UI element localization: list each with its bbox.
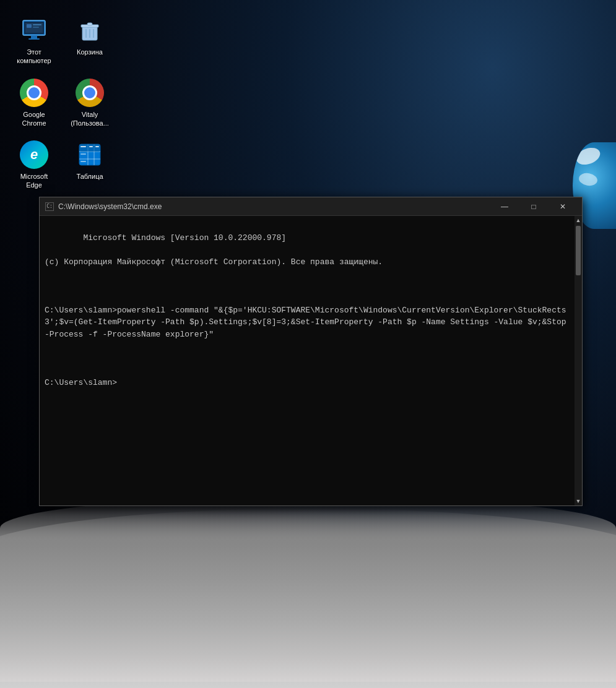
- desktop-icon-chrome-user[interactable]: Vitaly (Пользова...: [65, 75, 115, 131]
- desktop-icon-this-computer[interactable]: Этот компьютер: [9, 12, 59, 69]
- recycle-bin-icon: [75, 15, 105, 45]
- chrome-user-label: Vitaly (Пользова...: [68, 110, 111, 128]
- svg-rect-24: [80, 161, 86, 162]
- cmd-terminal-content[interactable]: Microsoft Windows [Version 10.0.22000.97…: [40, 216, 575, 505]
- cmd-small-icon: C:: [45, 202, 54, 211]
- cmd-window-controls: — □ ✕: [490, 197, 577, 216]
- svg-rect-6: [33, 24, 41, 25]
- chrome-user-icon: [75, 78, 105, 108]
- svg-rect-19: [79, 144, 100, 152]
- svg-rect-21: [89, 146, 93, 147]
- desktop: Этот компьютер Корзина: [0, 0, 616, 688]
- cmd-command-line: C:\Users\slamn>powershell -command "&{$p…: [45, 306, 566, 339]
- cmd-prompt: C:\Users\slamn>: [45, 378, 117, 387]
- recycle-bin-label: Корзина: [77, 48, 103, 56]
- cmd-maximize-button[interactable]: □: [519, 197, 548, 216]
- svg-rect-20: [80, 146, 86, 147]
- svg-rect-4: [28, 38, 40, 40]
- tablitsa-label: Таблица: [76, 172, 103, 181]
- svg-rect-7: [33, 27, 39, 28]
- cmd-scroll-down[interactable]: ▼: [575, 497, 582, 505]
- microsoft-edge-icon: e: [19, 140, 49, 170]
- moon-surface-bg: [0, 496, 616, 688]
- desktop-icon-tablitsa[interactable]: Таблица: [65, 137, 115, 193]
- google-chrome-icon: [19, 78, 49, 108]
- cmd-scrollbar[interactable]: ▲ ▼: [575, 216, 582, 505]
- google-chrome-label: Google Chrome: [12, 110, 56, 128]
- microsoft-edge-label: Microsoft Edge: [12, 172, 56, 190]
- svg-rect-5: [27, 24, 32, 28]
- this-computer-label: Этот компьютер: [12, 48, 56, 66]
- desktop-icon-google-chrome[interactable]: Google Chrome: [9, 75, 59, 131]
- desktop-icons-area: Этот компьютер Корзина: [9, 12, 115, 193]
- cmd-body: Microsoft Windows [Version 10.0.22000.97…: [40, 216, 582, 505]
- cmd-minimize-button[interactable]: —: [490, 197, 519, 216]
- computer-icon: [19, 15, 49, 45]
- desktop-icon-microsoft-edge[interactable]: e Microsoft Edge: [9, 137, 59, 193]
- cmd-window: C: C:\Windows\system32\cmd.exe — □ ✕ Mic…: [39, 197, 583, 506]
- desktop-icon-recycle-bin[interactable]: Корзина: [65, 12, 115, 69]
- cmd-title-text: C:\Windows\system32\cmd.exe: [58, 202, 490, 211]
- table-icon: [75, 140, 105, 170]
- cmd-scrollbar-thumb[interactable]: [576, 226, 581, 275]
- cmd-line-copyright: (c) Корпорация Майкрософт (Microsoft Cor…: [45, 257, 383, 267]
- cmd-window-icon: C:: [45, 202, 54, 212]
- svg-rect-23: [80, 153, 86, 155]
- cmd-scroll-up[interactable]: ▲: [575, 216, 582, 225]
- svg-rect-3: [31, 35, 37, 38]
- svg-rect-22: [95, 146, 99, 147]
- cmd-close-button[interactable]: ✕: [549, 197, 577, 216]
- cmd-line-version: Microsoft Windows [Version 10.0.22000.97…: [83, 233, 286, 243]
- svg-rect-13: [87, 23, 92, 25]
- cmd-titlebar[interactable]: C: C:\Windows\system32\cmd.exe — □ ✕: [40, 197, 582, 216]
